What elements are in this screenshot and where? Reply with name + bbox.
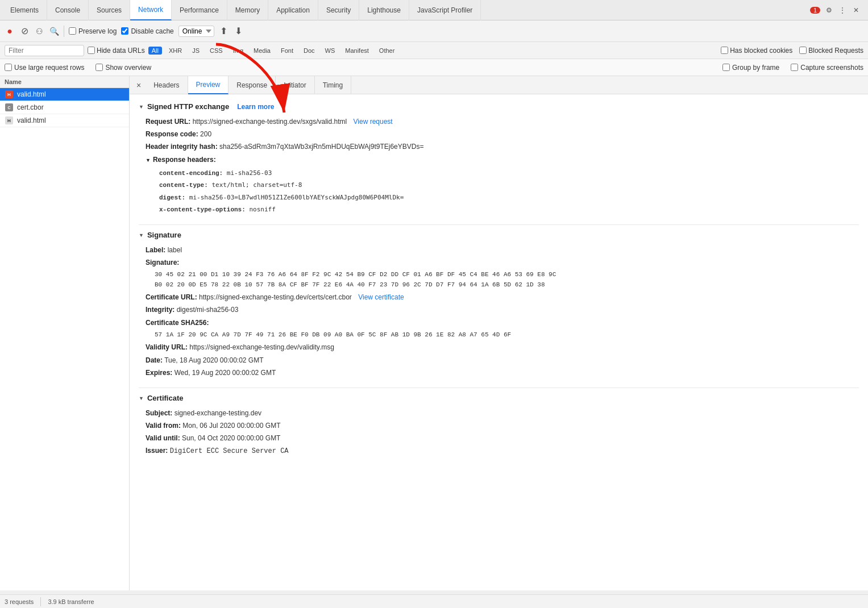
record-icon[interactable]: ● — [5, 26, 15, 36]
signature-hex2: B0 02 20 0D E5 78 22 0B 10 57 7B 8A CF B… — [139, 280, 859, 290]
detail-tab-initiator[interactable]: Initiator — [276, 76, 314, 94]
request-url-label: Request URL: — [146, 118, 190, 126]
view-request-link[interactable]: View request — [354, 118, 393, 126]
response-code-value: 200 — [200, 130, 211, 138]
blocked-requests-checkbox[interactable]: Blocked Requests — [799, 47, 863, 55]
expires-row: Expires: Wed, 19 Aug 2020 00:00:02 GMT — [139, 368, 859, 378]
capture-screenshots-checkbox[interactable]: Capture screenshots — [791, 64, 863, 72]
integrity-row: Integrity: digest/mi-sha256-03 — [139, 305, 859, 315]
certificate-url-value: https://signed-exchange-testing.dev/cert… — [199, 293, 352, 301]
filter-icon[interactable]: ⚇ — [34, 26, 44, 36]
clear-icon[interactable]: ⊘ — [19, 26, 30, 36]
cbor-file-icon: C — [5, 103, 14, 112]
signature-section: ▼ Signature Label: label Signature: 30 4… — [139, 230, 859, 378]
close-devtools-icon[interactable]: ✕ — [851, 5, 861, 15]
tab-sources[interactable]: Sources — [89, 0, 130, 20]
tab-memory[interactable]: Memory — [227, 0, 268, 20]
file-item-valid-html-selected[interactable]: H valid.html — [0, 88, 129, 101]
filter-css-button[interactable]: CSS — [206, 47, 226, 55]
x-content-type-row: x-content-type-options: nosniff — [146, 204, 859, 215]
search-icon[interactable]: 🔍 — [49, 26, 59, 36]
close-detail-button[interactable]: × — [132, 81, 146, 90]
has-blocked-cookies-checkbox[interactable]: Has blocked cookies — [721, 47, 792, 55]
label-row: Label: label — [139, 245, 859, 256]
html-file-icon: H — [5, 90, 14, 99]
detail-tab-headers[interactable]: Headers — [146, 76, 188, 94]
html-file-icon-2: H — [5, 116, 14, 125]
large-rows-checkbox[interactable]: Use large request rows — [5, 64, 84, 72]
response-headers-triangle[interactable]: ▼ — [146, 157, 151, 163]
tab-lighthouse[interactable]: Lighthouse — [359, 0, 409, 20]
filter-img-button[interactable]: Img — [230, 47, 247, 55]
integrity-label: Integrity: — [146, 306, 175, 314]
file-item-cert-cbor[interactable]: C cert.cbor — [0, 101, 129, 114]
date-label: Date: — [146, 356, 163, 364]
filter-other-button[interactable]: Other — [376, 47, 398, 55]
preview-content: ▼ Signed HTTP exchange Learn more Reques… — [130, 94, 868, 473]
filter-xhr-button[interactable]: XHR — [165, 47, 185, 55]
x-content-type-label: x-content-type-options: — [159, 206, 249, 213]
certificate-title: ▼ Certificate — [139, 393, 859, 405]
preserve-log-checkbox[interactable]: Preserve log — [69, 27, 117, 35]
response-code-label: Response code: — [146, 130, 198, 138]
disable-cache-checkbox[interactable]: Disable cache — [121, 27, 173, 35]
certificate-sha256-row: Certificate SHA256: — [139, 318, 859, 328]
filter-ws-button[interactable]: WS — [322, 47, 339, 55]
tab-elements[interactable]: Elements — [2, 0, 47, 20]
group-by-frame-checkbox[interactable]: Group by frame — [722, 64, 779, 72]
separator — [64, 26, 64, 37]
divider-1 — [139, 224, 859, 225]
subject-value: signed-exchange-testing.dev — [175, 409, 261, 417]
detail-tab-timing[interactable]: Timing — [315, 76, 352, 94]
certificate-section: ▼ Certificate Subject: signed-exchange-t… — [139, 393, 859, 457]
options-right: Group by frame Capture screenshots — [722, 64, 863, 72]
certificate-url-label: Certificate URL: — [146, 293, 197, 301]
more-icon[interactable]: ⋮ — [837, 5, 848, 15]
valid-from-row: Valid from: Mon, 06 Jul 2020 00:00:00 GM… — [139, 420, 859, 431]
hide-data-urls-checkbox[interactable]: Hide data URLs — [88, 47, 145, 55]
integrity-value: digest/mi-sha256-03 — [177, 306, 239, 314]
filter-js-button[interactable]: JS — [189, 47, 203, 55]
content-encoding-label: content-encoding: — [159, 170, 227, 177]
filter-media-button[interactable]: Media — [250, 47, 274, 55]
detail-tab-response[interactable]: Response — [229, 76, 276, 94]
filter-font-button[interactable]: Font — [277, 47, 297, 55]
settings-icon[interactable]: ⚙ — [824, 5, 834, 15]
tab-js-profiler[interactable]: JavaScript Profiler — [409, 0, 481, 20]
filter-all-button[interactable]: All — [148, 47, 162, 55]
valid-from-label: Valid from: — [146, 422, 181, 430]
certificate-url-row: Certificate URL: https://signed-exchange… — [139, 292, 859, 303]
valid-until-label: Valid until: — [146, 434, 180, 442]
filter-doc-button[interactable]: Doc — [300, 47, 318, 55]
detail-tabs: × Headers Preview Response Initiator Tim… — [130, 76, 868, 94]
header-integrity-row: Header integrity hash: sha256-aSdRm3m7qX… — [139, 141, 859, 152]
detail-panel: × Headers Preview Response Initiator Tim… — [130, 76, 868, 590]
tab-console[interactable]: Console — [47, 0, 89, 20]
certificate-collapse-triangle[interactable]: ▼ — [139, 394, 144, 402]
valid-until-value: Sun, 04 Oct 2020 00:00:00 GMT — [182, 434, 280, 442]
show-overview-checkbox[interactable]: Show overview — [95, 64, 151, 72]
signature-collapse-triangle[interactable]: ▼ — [139, 231, 144, 239]
digest-value: mi-sha256-03=LB7wdlH051Z1Ze600lbYAEYsckW… — [189, 194, 404, 201]
import-icon[interactable]: ⬆ — [219, 26, 229, 36]
file-item-valid-html-2[interactable]: H valid.html — [0, 114, 129, 127]
throttle-select[interactable]: Online — [178, 26, 214, 37]
filter-manifest-button[interactable]: Manifest — [342, 47, 372, 55]
tab-application[interactable]: Application — [268, 0, 318, 20]
detail-tab-preview[interactable]: Preview — [188, 76, 229, 94]
collapse-triangle[interactable]: ▼ — [139, 103, 144, 111]
tab-security[interactable]: Security — [318, 0, 359, 20]
export-icon[interactable]: ⬇ — [234, 26, 244, 36]
date-row: Date: Tue, 18 Aug 2020 00:00:02 GMT — [139, 355, 859, 366]
view-certificate-link[interactable]: View certificate — [358, 293, 404, 301]
tab-performance[interactable]: Performance — [172, 0, 227, 20]
tab-network[interactable]: Network — [130, 0, 172, 20]
filter-input[interactable] — [5, 45, 84, 56]
content-encoding-value: mi-sha256-03 — [227, 169, 272, 177]
response-code-row: Response code: 200 — [139, 129, 859, 140]
digest-row: digest: mi-sha256-03=LB7wdlH051Z1Ze600lb… — [146, 192, 859, 203]
header-integrity-label: Header integrity hash: — [146, 143, 218, 151]
file-list-header: Name — [0, 76, 129, 88]
learn-more-link[interactable]: Learn more — [237, 102, 274, 113]
issuer-label: Issuer: — [146, 447, 168, 455]
